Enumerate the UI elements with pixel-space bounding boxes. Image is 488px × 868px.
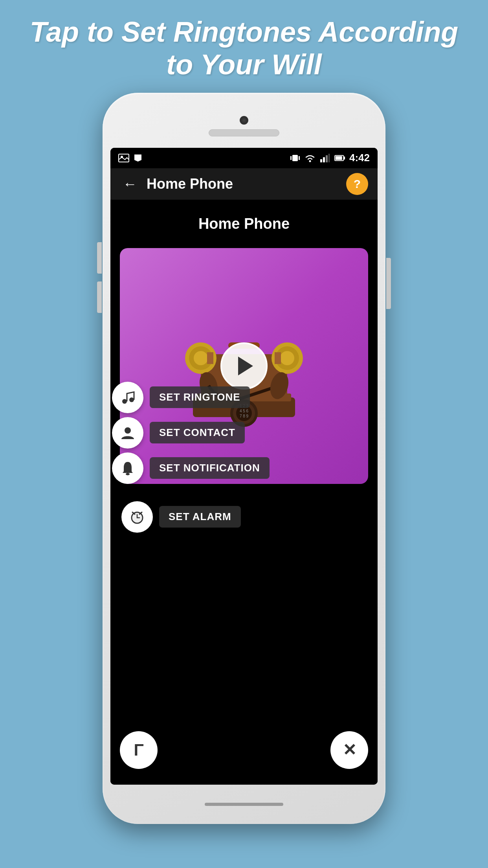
set-alarm-label[interactable]: SET ALARM [159,506,241,528]
phone-wrapper: 4:42 ← Home Phone ? Home Phone [91,93,397,868]
svg-point-37 [126,473,130,475]
home-bar [205,803,283,806]
svg-marker-2 [134,154,141,162]
bell-icon-button[interactable] [112,452,143,484]
set-ringtone-row: SET RINGTONE [112,382,250,413]
alarm-icon-button[interactable] [121,501,153,533]
set-alarm-row: SET ALARM [121,501,241,533]
top-banner: Tap to Set Ringtones According to Your W… [0,0,488,93]
svg-point-6 [309,160,311,162]
svg-point-34 [122,399,127,404]
svg-rect-30 [207,352,213,364]
phone-bottom [205,785,283,824]
battery-status-icon [334,154,345,162]
phone-top [103,93,385,148]
volume-up-button[interactable] [97,242,102,274]
set-contact-label[interactable]: SET CONTACT [150,422,245,443]
set-contact-row: SET CONTACT [112,417,245,449]
set-ringtone-label[interactable]: SET RINGTONE [150,386,250,408]
svg-rect-13 [343,156,345,159]
status-bar: 4:42 [110,148,378,168]
svg-rect-3 [292,155,298,161]
earpiece-speaker [209,129,279,136]
svg-rect-5 [299,156,300,160]
signal-status-icon [319,154,330,162]
volume-down-button[interactable] [97,281,102,313]
help-button[interactable]: ? [346,173,368,195]
bottom-buttons: Γ ✕ [120,731,368,777]
bottom-left-button[interactable]: Γ [120,731,158,769]
svg-rect-10 [328,154,330,162]
ringtone-title: Home Phone [198,215,290,232]
notification-icon [132,154,143,162]
wifi-status-icon [305,154,316,162]
phone-shell: 4:42 ← Home Phone ? Home Phone [103,93,385,824]
bottom-right-button[interactable]: ✕ [330,731,368,769]
set-notification-label[interactable]: SET NOTIFICATION [150,457,270,479]
set-notification-row: SET NOTIFICATION [112,452,270,484]
back-button[interactable]: ← [120,173,140,195]
svg-rect-7 [320,159,322,162]
image-card: 1 2 3 4 5 6 7 8 9 [120,248,368,484]
help-icon: ? [354,177,361,191]
svg-rect-8 [323,157,325,162]
power-button[interactable] [386,258,391,309]
status-time: 4:42 [349,152,370,164]
svg-point-28 [280,351,294,365]
status-right-icons: 4:42 [290,152,370,164]
svg-point-36 [125,427,131,434]
svg-point-25 [194,351,208,365]
nav-title: Home Phone [147,176,346,192]
svg-point-35 [129,397,134,402]
music-icon-button[interactable] [112,382,143,413]
phone-screen: 4:42 ← Home Phone ? Home Phone [110,148,378,785]
vibrate-status-icon [290,154,301,162]
nav-bar: ← Home Phone ? [110,168,378,200]
front-camera [240,116,248,125]
svg-rect-31 [275,352,281,364]
svg-rect-9 [326,155,328,162]
play-icon [238,357,253,375]
screen-content: Home Phone [110,200,378,785]
status-left-icons [118,154,143,162]
image-icon [118,154,129,162]
banner-text: Tap to Set Ringtones According to Your W… [24,16,464,81]
svg-rect-4 [290,156,292,160]
contact-icon-button[interactable] [112,417,143,449]
svg-rect-12 [336,156,342,160]
